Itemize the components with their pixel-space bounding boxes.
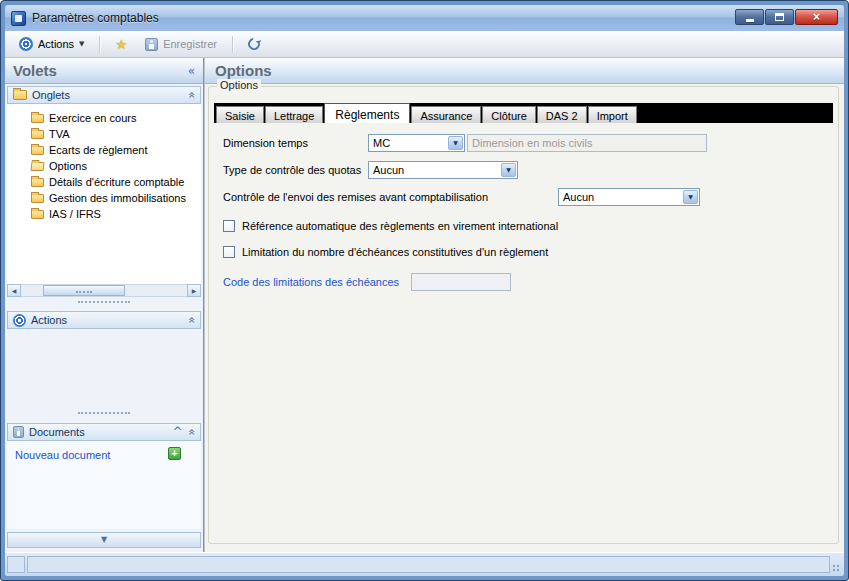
tab-cloture[interactable]: Clôture	[482, 106, 535, 123]
pin-chevron-icon: ^	[173, 427, 183, 437]
scroll-thumb[interactable]	[43, 285, 125, 296]
add-document-button[interactable]: +	[168, 447, 181, 460]
tree-item-label: Ecarts de règlement	[49, 144, 147, 156]
main-panel: Options Options Saisie Lettrage Règlemen…	[204, 58, 844, 552]
panel-header-onglets[interactable]: Onglets «	[7, 86, 201, 104]
app-icon	[11, 11, 26, 26]
main-header: Options	[205, 58, 844, 84]
sidebar-header: Volets «	[5, 58, 203, 84]
tab-label: Import	[597, 110, 628, 122]
tab-lettrage[interactable]: Lettrage	[265, 106, 323, 123]
folder-icon	[13, 90, 27, 100]
panel-header-actions[interactable]: Actions «	[7, 311, 201, 329]
groupbox-label: Options	[217, 79, 261, 91]
panel-collapse-icon: «	[186, 91, 196, 98]
tab-saisie[interactable]: Saisie	[216, 106, 264, 123]
dimension-temps-value: MC	[373, 137, 390, 149]
tab-import[interactable]: Import	[588, 106, 637, 123]
splitter-grip[interactable]	[78, 412, 130, 414]
limitation-checkbox-label: Limitation du nombre d'échéances constit…	[242, 243, 548, 261]
remises-label: Contrôle de l'envoi des remises avant co…	[223, 188, 488, 206]
tree-item-label: TVA	[49, 128, 70, 140]
panel-header-documents[interactable]: Documents ^ «	[7, 423, 201, 441]
scroll-track[interactable]	[21, 284, 187, 297]
sidebar-collapse-icon[interactable]: «	[188, 66, 195, 76]
toolbar: Actions ▼ ★ Enregistrer	[5, 31, 844, 58]
tree-item-details-ecriture[interactable]: Détails d'écriture comptable	[31, 174, 199, 190]
folder-icon	[31, 130, 44, 139]
tab-strip: Saisie Lettrage Règlements Assurance Clô…	[214, 103, 833, 123]
tree-item-label: Gestion des immobilisations	[49, 192, 186, 204]
save-button-label: Enregistrer	[163, 38, 217, 50]
tree-item-exercice[interactable]: Exercice en cours	[31, 110, 199, 126]
save-button[interactable]: Enregistrer	[139, 35, 223, 54]
dimension-temps-select[interactable]: MC ▼	[368, 134, 465, 152]
sidebar-expand-bar[interactable]: ▼	[7, 532, 201, 548]
tree-item-immobilisations[interactable]: Gestion des immobilisations	[31, 190, 199, 206]
minimize-button[interactable]	[735, 9, 764, 25]
actions-button-label: Actions	[38, 38, 74, 50]
star-icon: ★	[115, 38, 127, 51]
maximize-icon	[775, 13, 784, 21]
tab-label: Clôture	[491, 110, 526, 122]
sidebar-title: Volets	[13, 62, 188, 79]
virement-checkbox[interactable]	[223, 220, 235, 232]
window-title: Paramètres comptables	[32, 11, 159, 25]
tab-label: Saisie	[225, 110, 255, 122]
tree-item-options[interactable]: Options	[31, 158, 199, 174]
tab-label: Règlements	[335, 108, 399, 122]
folder-icon	[31, 114, 44, 123]
status-cell-small	[7, 556, 25, 573]
title-bar[interactable]: Paramètres comptables ×	[5, 5, 844, 31]
tab-das2[interactable]: DAS 2	[537, 106, 587, 123]
panel-collapse-icon: «	[186, 428, 196, 435]
scroll-right-button[interactable]: ▶	[187, 284, 201, 297]
refresh-button[interactable]	[242, 35, 266, 53]
favorites-button[interactable]: ★	[109, 35, 133, 54]
sidebar: Volets « Onglets « Exercice en cours TVA…	[5, 58, 203, 552]
limitation-checkbox[interactable]	[223, 246, 235, 258]
combo-arrow-icon: ▼	[501, 163, 516, 177]
tab-label: DAS 2	[546, 110, 578, 122]
open-folder-icon	[31, 162, 45, 171]
tree-item-label: Exercice en cours	[49, 112, 136, 124]
tree-item-ias-ifrs[interactable]: IAS / IFRS	[31, 206, 199, 222]
toolbar-separator	[232, 36, 233, 53]
app-window: Paramètres comptables × Actions ▼ ★ Enre…	[0, 0, 849, 581]
splitter-grip[interactable]	[78, 301, 130, 303]
actions-target-icon	[19, 37, 33, 51]
remises-select[interactable]: Aucun ▼	[558, 188, 700, 206]
options-groupbox: Options Saisie Lettrage Règlements Assur…	[208, 86, 839, 544]
maximize-button[interactable]	[765, 9, 794, 25]
close-button[interactable]: ×	[795, 9, 838, 25]
resize-grip[interactable]	[832, 564, 841, 573]
combo-arrow-icon: ▼	[683, 190, 698, 204]
tab-assurance[interactable]: Assurance	[411, 106, 481, 123]
tree-item-tva[interactable]: TVA	[31, 126, 199, 142]
combo-arrow-icon: ▼	[448, 136, 463, 150]
dimension-temps-label: Dimension temps	[223, 134, 308, 152]
folder-icon	[31, 210, 44, 219]
tab-label: Assurance	[420, 110, 472, 122]
folder-icon	[31, 146, 44, 155]
dropdown-arrow-icon: ▼	[79, 40, 84, 48]
actions-panel-title: Actions	[31, 314, 183, 326]
scroll-left-button[interactable]: ◀	[7, 284, 21, 297]
onglets-panel-title: Onglets	[32, 89, 183, 101]
new-document-link[interactable]: Nouveau document	[15, 449, 110, 461]
tree-horizontal-scrollbar: ◀ ▶	[7, 284, 201, 297]
expand-down-icon: ▼	[101, 535, 107, 545]
status-bar	[5, 552, 844, 576]
documents-panel-title: Documents	[29, 426, 168, 438]
tab-reglements[interactable]: Règlements	[324, 103, 410, 123]
remises-value: Aucun	[563, 191, 594, 203]
tab-label: Lettrage	[274, 110, 314, 122]
virement-checkbox-label: Référence automatique des règlements en …	[242, 217, 558, 235]
quotas-select[interactable]: Aucun ▼	[368, 161, 518, 179]
tree-item-ecarts[interactable]: Ecarts de règlement	[31, 142, 199, 158]
actions-button[interactable]: Actions ▼	[13, 34, 90, 54]
save-icon	[145, 38, 158, 51]
panel-collapse-icon: «	[186, 316, 196, 323]
folder-icon	[31, 178, 44, 187]
code-limitations-field	[411, 273, 511, 291]
